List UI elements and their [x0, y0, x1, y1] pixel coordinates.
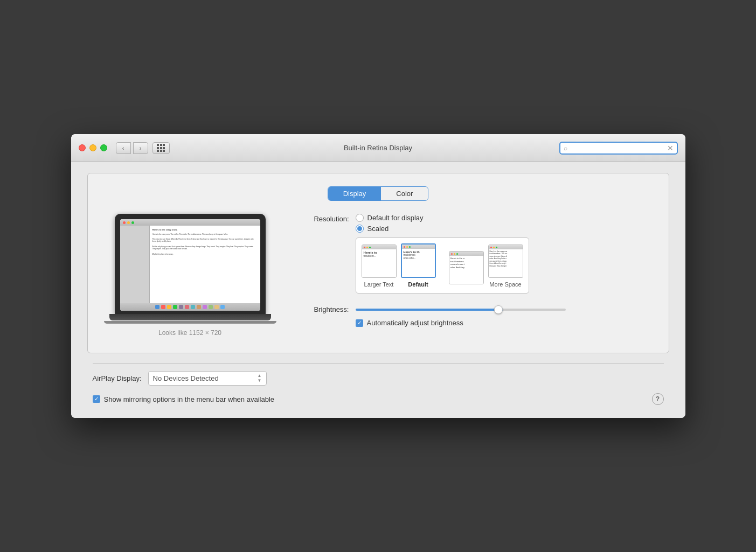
traffic-lights	[79, 144, 107, 151]
window-title: Built-in Retina Display	[344, 144, 412, 152]
tab-display[interactable]: Display	[328, 187, 382, 200]
display-content: Here's to the crazy ones. Here's to the …	[104, 214, 653, 337]
search-icon: ⌕	[564, 144, 567, 152]
mirroring-checkbox[interactable]: ✓	[93, 395, 100, 403]
nav-buttons: ‹ ›	[116, 142, 148, 154]
help-button[interactable]: ?	[652, 393, 664, 405]
back-icon: ‹	[122, 145, 124, 151]
thumb-mid-frame[interactable]: Here's to the crtroublemakers.ones who s…	[449, 251, 484, 284]
brightness-thumb[interactable]	[494, 305, 503, 314]
brightness-slider-container[interactable]	[356, 309, 566, 311]
screen-main-content: Here's to the crazy ones. Here's to the …	[150, 226, 260, 303]
laptop-preview: Here's to the crazy ones. Here's to the …	[104, 214, 276, 337]
brightness-label: Brightness:	[298, 305, 349, 313]
thumb-larger-label: Larger Text	[364, 281, 394, 288]
mirroring-row: ✓ Show mirroring options in the menu bar…	[93, 395, 652, 403]
main-window: ‹ › Built-in Retina Display ⌕ ✕ Di	[71, 134, 685, 418]
scale-thumb-mid[interactable]: Here's to the crtroublemakers.ones who s…	[449, 251, 484, 288]
maximize-button[interactable]	[100, 144, 107, 151]
laptop-foot	[104, 321, 276, 324]
settings-panel: Resolution: Default for display Scaled	[298, 214, 653, 327]
mirroring-label: Show mirroring options in the menu bar w…	[104, 395, 275, 403]
radio-scaled-label: Scaled	[367, 225, 389, 233]
clear-search-button[interactable]: ✕	[667, 144, 674, 152]
airplay-dropdown[interactable]: No Devices Detected ▲ ▼	[148, 371, 267, 386]
radio-scaled[interactable]: Scaled	[356, 225, 529, 233]
grid-icon	[157, 144, 165, 152]
airplay-row: AirPlay Display: No Devices Detected ▲ ▼	[93, 371, 664, 386]
forward-icon: ›	[140, 145, 142, 151]
auto-brightness-checkbox[interactable]: ✓	[356, 319, 363, 327]
thumb-default-frame[interactable]: Here's to th troublemakones who...	[401, 243, 436, 278]
checkmark-icon: ✓	[357, 320, 362, 326]
laptop-body: Here's to the crazy ones. Here's to the …	[115, 214, 266, 314]
dropdown-arrows-icon: ▲ ▼	[258, 374, 262, 383]
help-icon: ?	[656, 395, 660, 403]
thumb-more-frame[interactable]: Here's to the crazy onetroublemakers. Th…	[488, 244, 523, 278]
resolution-row: Resolution: Default for display Scaled	[298, 214, 653, 296]
radio-selected-indicator	[357, 226, 362, 231]
tab-bar: Display Color	[104, 186, 653, 201]
scaled-previews: Here's to troublem... Larger Text	[356, 237, 529, 294]
resolution-label: Resolution:	[298, 214, 349, 223]
scale-thumb-larger[interactable]: Here's to troublem... Larger Text	[362, 244, 397, 288]
resolution-options: Default for display Scaled	[356, 214, 529, 296]
back-button[interactable]: ‹	[116, 142, 131, 154]
screen-sidebar	[120, 226, 150, 303]
auto-brightness-row: ✓ Automatically adjust brightness	[356, 319, 653, 327]
tab-color[interactable]: Color	[381, 187, 428, 200]
main-panel: Display Color	[87, 173, 669, 353]
radio-scaled-btn[interactable]	[356, 225, 364, 233]
auto-brightness-label: Automatically adjust brightness	[367, 319, 463, 327]
laptop-resolution-label: Looks like 1152 × 720	[158, 329, 221, 337]
laptop-base	[109, 314, 271, 320]
grid-view-button[interactable]	[152, 142, 170, 154]
close-button[interactable]	[79, 144, 86, 151]
radio-default-label: Default for display	[367, 214, 424, 222]
radio-default[interactable]: Default for display	[356, 214, 529, 222]
airplay-label: AirPlay Display:	[93, 374, 142, 382]
mirroring-checkmark-icon: ✓	[94, 396, 99, 402]
airplay-dropdown-value: No Devices Detected	[153, 374, 254, 382]
laptop-screen: Here's to the crazy ones. Here's to the …	[120, 219, 260, 311]
brightness-row: Brightness:	[298, 305, 653, 313]
minimize-button[interactable]	[89, 144, 96, 151]
content-area: Display Color	[71, 162, 685, 418]
bottom-section: AirPlay Display: No Devices Detected ▲ ▼…	[87, 363, 669, 405]
thumb-larger-frame[interactable]: Here's to troublem...	[362, 244, 397, 278]
titlebar: ‹ › Built-in Retina Display ⌕ ✕	[71, 134, 685, 162]
scale-thumb-default[interactable]: Here's to th troublemakones who... Defau…	[401, 243, 436, 288]
thumb-default-label: Default	[408, 281, 428, 288]
radio-default-btn[interactable]	[356, 214, 364, 222]
divider	[93, 363, 664, 364]
brightness-slider[interactable]	[356, 309, 566, 311]
search-input[interactable]	[570, 144, 664, 152]
forward-button[interactable]: ›	[133, 142, 148, 154]
search-box[interactable]: ⌕ ✕	[559, 142, 678, 155]
tab-group: Display Color	[328, 186, 429, 201]
thumb-more-label: More Space	[489, 281, 521, 288]
scale-thumb-more[interactable]: Here's to the crazy onetroublemakers. Th…	[488, 244, 523, 288]
